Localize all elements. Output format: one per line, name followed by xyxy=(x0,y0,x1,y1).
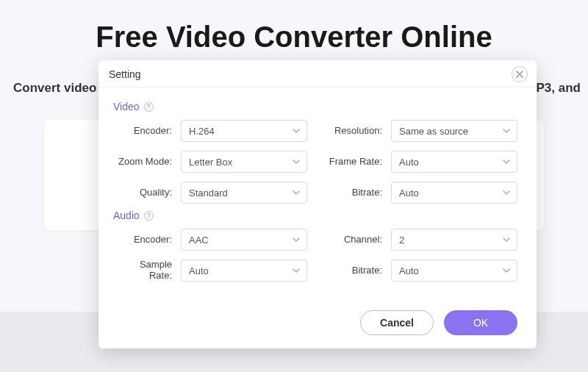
close-icon xyxy=(516,68,523,81)
audio-section-label: Audio xyxy=(113,210,140,221)
chevron-down-icon xyxy=(292,157,301,166)
chevron-down-icon xyxy=(292,266,301,275)
sample-rate-value: Auto xyxy=(189,265,209,276)
frame-rate-value: Auto xyxy=(399,157,419,168)
page-title: Free Video Converter Online xyxy=(0,21,588,54)
resolution-select[interactable]: Same as source xyxy=(391,120,517,142)
audio-settings-grid: Encoder: AAC Channel: 2 Sample Rate: Aut… xyxy=(118,229,523,282)
ok-button[interactable]: OK xyxy=(444,310,517,335)
audio-bitrate-select[interactable]: Auto xyxy=(391,260,517,282)
modal-body: Video ? Encoder: H.264 Resolution: Same … xyxy=(98,87,537,301)
quality-value: Standard xyxy=(189,187,228,198)
modal-title: Setting xyxy=(109,68,141,80)
chevron-down-icon xyxy=(502,188,511,197)
resolution-value: Same as source xyxy=(399,126,468,137)
modal-header: Setting xyxy=(98,60,537,87)
help-icon[interactable]: ? xyxy=(144,102,154,112)
page-subtitle-right: P3, and xyxy=(537,81,581,96)
chevron-down-icon xyxy=(502,235,511,244)
zoom-mode-value: Letter Box xyxy=(189,157,232,168)
quality-label: Quality: xyxy=(118,187,175,198)
audio-encoder-value: AAC xyxy=(189,235,209,246)
resolution-label: Resolution: xyxy=(313,126,385,137)
chevron-down-icon xyxy=(292,126,301,135)
chevron-down-icon xyxy=(292,188,301,197)
video-bitrate-select[interactable]: Auto xyxy=(391,182,517,204)
encoder-label: Encoder: xyxy=(118,126,175,137)
zoom-mode-select[interactable]: Letter Box xyxy=(181,151,307,173)
frame-rate-label: Frame Rate: xyxy=(313,157,385,168)
channel-select[interactable]: 2 xyxy=(391,229,517,251)
help-icon[interactable]: ? xyxy=(144,211,154,221)
modal-footer: Cancel OK xyxy=(98,301,537,348)
close-button[interactable] xyxy=(512,66,528,82)
chevron-down-icon xyxy=(502,126,511,135)
video-bitrate-value: Auto xyxy=(399,187,419,198)
channel-label: Channel: xyxy=(313,235,385,246)
video-section-title: Video ? xyxy=(113,101,523,112)
video-encoder-value: H.264 xyxy=(189,126,215,137)
zoom-mode-label: Zoom Mode: xyxy=(118,157,175,168)
sample-rate-select[interactable]: Auto xyxy=(181,260,307,282)
chevron-down-icon xyxy=(502,266,511,275)
video-bitrate-label: Bitrate: xyxy=(313,187,385,198)
sample-rate-label: Sample Rate: xyxy=(118,260,175,282)
video-encoder-select[interactable]: H.264 xyxy=(181,120,307,142)
settings-modal: Setting Video ? Encoder: H.264 Resolutio… xyxy=(98,60,537,348)
channel-value: 2 xyxy=(399,235,404,246)
page-subtitle-left: Convert video xyxy=(13,81,96,96)
audio-encoder-select[interactable]: AAC xyxy=(181,229,307,251)
audio-bitrate-label: Bitrate: xyxy=(313,265,385,276)
cancel-button[interactable]: Cancel xyxy=(360,310,434,335)
audio-section-title: Audio ? xyxy=(113,210,523,221)
quality-select[interactable]: Standard xyxy=(181,182,307,204)
audio-encoder-label: Encoder: xyxy=(118,235,175,246)
video-section-label: Video xyxy=(113,101,140,112)
chevron-down-icon xyxy=(292,235,301,244)
chevron-down-icon xyxy=(502,157,511,166)
video-settings-grid: Encoder: H.264 Resolution: Same as sourc… xyxy=(118,120,523,204)
page-root: Free Video Converter Online Convert vide… xyxy=(0,0,588,372)
frame-rate-select[interactable]: Auto xyxy=(391,151,517,173)
audio-bitrate-value: Auto xyxy=(399,265,419,276)
